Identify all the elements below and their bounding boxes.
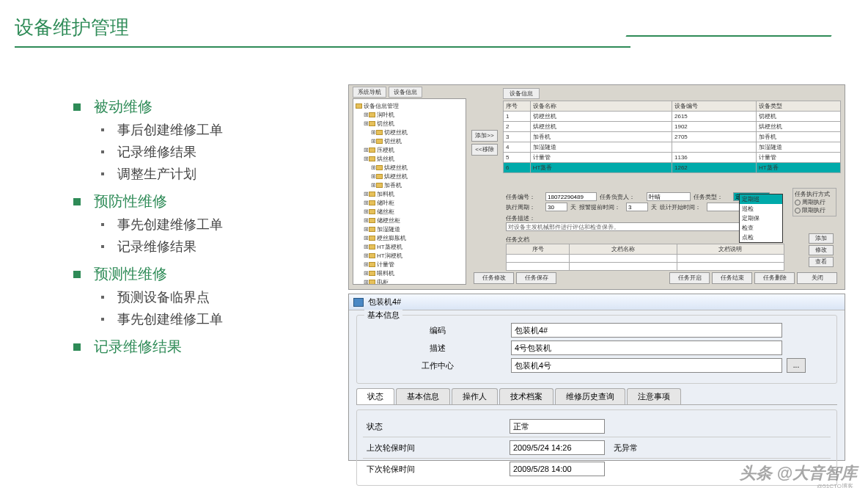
- expand-icon[interactable]: ⊞: [363, 270, 369, 277]
- last-maint-value[interactable]: [510, 440, 605, 455]
- table-row[interactable]: 2烘梗丝机1902烘梗丝机: [504, 122, 841, 132]
- tree-panel[interactable]: 设备信息管理 ⊞润叶机⊞切丝机⊞切梗丝机⊞切丝机⊞压梗机⊞烘丝机⊞烘梗丝机⊞烘梗…: [353, 98, 466, 285]
- desc-input[interactable]: [511, 340, 782, 355]
- tab-1[interactable]: 基本信息: [396, 388, 450, 404]
- expand-icon[interactable]: ⊞: [363, 120, 369, 127]
- tree-node[interactable]: ⊞储梗丝柜: [356, 216, 463, 225]
- dropdown-option[interactable]: 检查: [740, 223, 782, 233]
- task-save-button[interactable]: 任务保存: [516, 272, 556, 284]
- add-button[interactable]: 添加>>: [471, 130, 498, 142]
- tab-3[interactable]: 技术档案: [499, 388, 553, 404]
- start-input[interactable]: [707, 203, 743, 211]
- alert-input[interactable]: [626, 203, 648, 211]
- expand-icon[interactable]: ⊞: [363, 235, 369, 241]
- expand-icon[interactable]: ⊞: [363, 200, 369, 206]
- tree-node[interactable]: ⊞喂料机: [356, 269, 463, 277]
- owner-input[interactable]: [647, 192, 691, 201]
- tab-5[interactable]: 注意事项: [627, 388, 681, 404]
- tree-root[interactable]: 设备信息管理: [364, 103, 399, 109]
- col-header[interactable]: 设备类型: [756, 101, 840, 112]
- expand-icon[interactable]: ⊞: [363, 112, 369, 118]
- expand-icon[interactable]: ⊞: [363, 252, 369, 259]
- expand-icon[interactable]: ⊞: [363, 191, 369, 197]
- task-delete-button[interactable]: 任务删除: [754, 272, 795, 284]
- cell: 切梗丝机: [530, 112, 672, 122]
- tree-node[interactable]: ⊞润叶机: [356, 111, 463, 119]
- dropdown-option[interactable]: 巡检: [740, 204, 782, 214]
- tree-node[interactable]: ⊞烘梗丝机: [356, 164, 463, 172]
- tab-sysnav[interactable]: 系统导航: [353, 87, 386, 98]
- tree-node[interactable]: ⊞切丝机: [356, 120, 463, 128]
- file-查看-button[interactable]: 查看: [809, 257, 834, 267]
- expand-icon[interactable]: ⊞: [370, 164, 376, 171]
- file-修改-button[interactable]: 修改: [809, 245, 834, 255]
- tree-node[interactable]: ⊞电柜: [356, 278, 463, 285]
- tree-node[interactable]: ⊞HT蒸梗机: [356, 243, 463, 251]
- expand-icon[interactable]: ⊞: [363, 156, 369, 162]
- file-添加-button[interactable]: 添加: [809, 233, 834, 244]
- table-row[interactable]: 3加香机2705加香机: [504, 132, 841, 142]
- tree-node[interactable]: ⊞加香机: [356, 181, 463, 189]
- expand-icon[interactable]: ⊞: [370, 173, 376, 180]
- col-header[interactable]: 序号: [507, 244, 570, 255]
- col-header[interactable]: 设备编号: [672, 101, 756, 112]
- window-icon: [353, 298, 364, 307]
- equipment-table[interactable]: 序号设备名称设备编号设备类型 1切梗丝机2615切梗机2烘梗丝机1902烘梗丝机…: [503, 101, 841, 173]
- tree-node[interactable]: ⊞切丝机: [356, 137, 463, 145]
- expand-icon[interactable]: ⊞: [363, 279, 369, 285]
- task-id-input[interactable]: [545, 192, 597, 201]
- expand-icon[interactable]: ⊞: [363, 226, 369, 233]
- expand-icon[interactable]: ⊞: [363, 244, 369, 250]
- col-header[interactable]: 设备名称: [530, 101, 672, 112]
- grid-tab[interactable]: 设备信息: [503, 88, 540, 99]
- tree-node[interactable]: ⊞切梗丝机: [356, 128, 463, 136]
- expand-icon[interactable]: ⊞: [370, 182, 376, 189]
- state-value[interactable]: [510, 419, 605, 434]
- radio-deadline[interactable]: 限期执行: [795, 206, 834, 214]
- radio-periodic[interactable]: 周期执行: [795, 198, 834, 206]
- expand-icon[interactable]: ⊞: [370, 129, 376, 136]
- remove-button[interactable]: <<移除: [471, 144, 498, 156]
- tab-equipment[interactable]: 设备信息: [389, 87, 422, 98]
- task-end-button[interactable]: 任务结束: [712, 272, 752, 284]
- col-header[interactable]: 文档说明: [677, 244, 784, 255]
- tree-node[interactable]: ⊞HT润梗机: [356, 252, 463, 260]
- table-row[interactable]: 1切梗丝机2615切梗机: [504, 112, 841, 122]
- next-maint-value[interactable]: [510, 462, 605, 476]
- expand-icon[interactable]: ⊞: [363, 261, 369, 268]
- cycle-input[interactable]: [545, 203, 567, 211]
- col-header[interactable]: 文档名称: [570, 244, 677, 255]
- desc-input[interactable]: 对设备主发机械部件进行评估和检查保养。: [506, 222, 770, 231]
- tree-node[interactable]: ⊞加料机: [356, 190, 463, 198]
- task-modify-button[interactable]: 任务修改: [474, 272, 514, 284]
- center-input[interactable]: [511, 358, 782, 373]
- tab-4[interactable]: 维修历史查询: [555, 388, 625, 404]
- table-row[interactable]: 4加湿隧道加湿隧道: [504, 142, 841, 153]
- expand-icon[interactable]: ⊞: [370, 138, 376, 145]
- expand-icon[interactable]: ⊞: [363, 208, 369, 215]
- browse-button[interactable]: ...: [787, 358, 806, 373]
- dropdown-option[interactable]: 点检: [740, 233, 782, 242]
- code-input[interactable]: [511, 323, 782, 338]
- task-start-button[interactable]: 任务开启: [669, 272, 710, 284]
- task-type-dropdown[interactable]: 定期巡巡检定期保检查点检: [739, 194, 783, 243]
- tree-node[interactable]: ⊞烘丝机: [356, 155, 463, 163]
- tree-node[interactable]: ⊞储叶柜: [356, 199, 463, 207]
- close-button[interactable]: 关闭: [797, 272, 837, 284]
- dropdown-option[interactable]: 定期巡: [740, 194, 782, 204]
- tree-node[interactable]: ⊞梗丝膨胀机: [356, 234, 463, 242]
- expand-icon[interactable]: ⊞: [363, 217, 369, 224]
- tree-node[interactable]: ⊞压梗机: [356, 146, 463, 154]
- tree-node[interactable]: ⊞加湿隧道: [356, 225, 463, 233]
- tree-node[interactable]: ⊞储丝柜: [356, 208, 463, 216]
- tree-node[interactable]: ⊞计量管: [356, 261, 463, 269]
- table-row[interactable]: 5计量管1136计量管: [504, 153, 841, 163]
- col-header[interactable]: 序号: [504, 101, 531, 112]
- files-table[interactable]: 序号文档名称文档说明: [506, 244, 784, 271]
- dropdown-option[interactable]: 定期保: [740, 214, 782, 223]
- expand-icon[interactable]: ⊞: [363, 147, 369, 153]
- tab-2[interactable]: 操作人: [452, 388, 498, 404]
- tab-0[interactable]: 状态: [356, 388, 394, 404]
- table-row[interactable]: 6HT蒸香1262HT蒸香: [504, 163, 841, 173]
- tree-node[interactable]: ⊞烘梗丝机: [356, 172, 463, 181]
